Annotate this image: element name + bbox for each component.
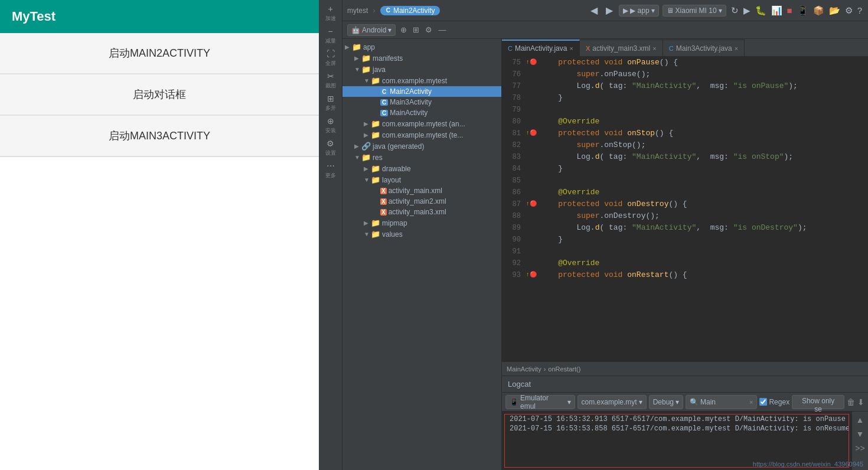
log-search-box[interactable]: 🔍 × (686, 395, 757, 409)
line-content-81: protected void onStop() { (537, 128, 673, 139)
line-content-77: Log.d( tag: "MainActivity", msg: "is onP… (537, 80, 798, 92)
tree-arrow-manifests: ▶ (354, 55, 360, 61)
tree-item-manifests[interactable]: ▶ 📁 manifests (342, 53, 501, 64)
launch-dialog-button[interactable]: 启动对话框 (0, 74, 319, 115)
line-content-78: } (537, 92, 563, 104)
device-config-dropdown[interactable]: 🖥 Xiaomi MI 10 ▾ (663, 5, 726, 17)
android-robot-icon: 🤖 (351, 26, 360, 34)
code-line-82: 82 super.onStop(); (502, 139, 868, 151)
vt-grid-btn[interactable]: ⊞ 多开 (320, 92, 341, 113)
vt-settings-btn[interactable]: ⚙ 设置 (320, 137, 341, 158)
line-num-88: 88 (502, 210, 526, 222)
file-tree[interactable]: ▶ 📁 app ▶ 📁 manifests ▼ (342, 39, 502, 470)
tree-arrow-drawable: ▶ (364, 165, 370, 172)
settings-icon[interactable]: ⚙ (844, 4, 854, 17)
tree-item-mainactivity[interactable]: ▶ C MainActivity (342, 107, 501, 118)
tree-item-java-generated[interactable]: ▶ 🔗 java (generated) (342, 141, 501, 152)
run-icon: ▶ (623, 6, 628, 15)
scroll-up-icon[interactable]: ▲ (855, 414, 866, 426)
launch-main3activity-button[interactable]: 启动MAIN3ACTIVITY (0, 116, 319, 156)
show-only-button[interactable]: Show only se (792, 395, 844, 409)
logcat-content[interactable]: 2021-07-15 16:53:32.913 6517-6517/com.ex… (504, 414, 849, 468)
tree-item-activity-main2[interactable]: ▶ X activity_main2.xml (342, 196, 501, 207)
vt-minus-btn[interactable]: − 减量 (320, 25, 341, 46)
more-logcat-icon[interactable]: >> (854, 442, 866, 454)
stop-button[interactable]: ■ (786, 4, 794, 17)
tree-item-activity-main[interactable]: ▶ X activity_main.xml (342, 185, 501, 196)
back-button[interactable]: ◀ (588, 4, 600, 17)
tab-mainactivity-java[interactable]: C MainActivity.java × (502, 40, 580, 56)
tree-item-layout[interactable]: ▼ 📁 layout (342, 174, 501, 185)
device-manager-button[interactable]: 📱 (796, 4, 810, 17)
avd-manager-button[interactable]: 📂 (828, 4, 841, 17)
clear-logcat-icon[interactable]: 🗑 (847, 397, 855, 407)
level-arrow: ▾ (676, 398, 679, 406)
install-icon: ⊕ (327, 116, 334, 126)
scroll-down-icon[interactable]: ▼ (855, 428, 866, 440)
code-editor[interactable]: 75 ↑🔴 protected void onPause() { 76 supe… (502, 57, 868, 361)
tree-label-activity-main3: activity_main3.xml (389, 208, 446, 216)
launch-main2activity-button[interactable]: 启动MAIN2ACTIVITY (0, 33, 319, 74)
emulator-dropdown[interactable]: 📱 Emulator emul ▾ (505, 395, 575, 409)
vt-cut-btn[interactable]: ✂ 裁图 (320, 70, 341, 91)
android-view-dropdown[interactable]: 🤖 Android ▾ (347, 24, 396, 36)
debug-button[interactable]: 🐛 (754, 4, 768, 17)
line-num-87: 87 (502, 198, 526, 210)
search-clear-icon[interactable]: × (749, 399, 753, 406)
package-arrow: ▾ (639, 398, 642, 406)
tree-item-com-example-mytest[interactable]: ▼ 📁 com.example.mytest (342, 75, 501, 86)
tree-item-values[interactable]: ▼ 📁 values (342, 229, 501, 240)
sub-and-content: 🤖 Android ▾ ⊕ ⊞ ⚙ — ▶ 📁 ap (342, 21, 868, 470)
vt-install-btn[interactable]: ⊕ 安装 (320, 115, 341, 136)
regex-checkbox[interactable] (759, 398, 767, 406)
run-button[interactable]: ▶ (742, 4, 752, 17)
help-button[interactable]: ? (856, 4, 863, 17)
tree-item-res[interactable]: ▼ 📁 res (342, 152, 501, 163)
xml-icon-actmain3: X (380, 209, 387, 216)
sync-button[interactable]: ↻ (730, 4, 740, 17)
tree-label-drawable: drawable (382, 165, 411, 173)
log-search-input[interactable] (700, 398, 748, 406)
editor-tabs: C MainActivity.java × X activity_main3.x… (502, 39, 868, 57)
tree-item-activity-main3[interactable]: ▶ X activity_main3.xml (342, 207, 501, 217)
package-dropdown[interactable]: com.example.myt ▾ (577, 395, 647, 409)
tab-main3activity-java[interactable]: C Main3Activity.java × (663, 40, 745, 56)
line-num-78: 78 (502, 92, 526, 104)
forward-button[interactable]: ▶ (603, 4, 615, 17)
level-dropdown[interactable]: Debug ▾ (649, 395, 683, 409)
profile-button[interactable]: 📊 (770, 4, 784, 17)
vt-more-btn[interactable]: ⋯ 更多 (320, 159, 341, 181)
vt-fullscreen-btn[interactable]: ⛶ 全屏 (320, 47, 341, 68)
logcat-toolbar: 📱 Emulator emul ▾ com.example.myt ▾ Debu… (502, 393, 868, 412)
tab-close-mainactivity[interactable]: × (569, 45, 573, 52)
tab-activity-main3-xml[interactable]: X activity_main3.xml × (580, 40, 663, 56)
ide-panel: + 加速 − 减量 ⛶ 全屏 ✂ 裁图 ⊞ 多开 ⊕ 安装 ⚙ 设置 ⋯ 更多 (319, 0, 868, 470)
line-content-90: } (537, 234, 563, 246)
tree-item-app[interactable]: ▶ 📁 app (342, 41, 501, 53)
tree-item-drawable[interactable]: ▶ 📁 drawable (342, 163, 501, 174)
tab-close-activity-main3[interactable]: × (652, 45, 656, 52)
java-icon-main2: C (380, 89, 388, 95)
scroll-logcat-icon[interactable]: ⬇ (857, 397, 864, 407)
tab-close-main3activity[interactable]: × (735, 45, 738, 52)
tree-item-androidtest[interactable]: ▶ 📁 com.example.mytest (an... (342, 118, 501, 129)
tree-item-main3activity[interactable]: ▶ C Main3Activity (342, 97, 501, 107)
cut-label: 裁图 (325, 82, 336, 90)
folder-icon-package: 📁 (371, 76, 380, 85)
grid-icon: ⊞ (327, 94, 334, 103)
tree-item-mipmap[interactable]: ▶ 📁 mipmap (342, 217, 501, 229)
split-icon[interactable]: ⊞ (412, 24, 420, 35)
sdk-manager-button[interactable]: 📦 (812, 4, 825, 17)
run-config-dropdown[interactable]: ▶ ▶ app ▾ (619, 5, 658, 17)
tree-item-main2activity[interactable]: ▶ C Main2Activity (342, 86, 501, 97)
tree-item-test[interactable]: ▶ 📁 com.example.mytest (te... (342, 129, 501, 141)
log-line-2: 2021-07-15 16:53:53.858 6517-6517/com.ex… (505, 424, 849, 433)
cut-icon: ✂ (327, 71, 334, 81)
vt-add-btn[interactable]: + 加速 (320, 2, 341, 24)
minimize-icon[interactable]: — (437, 24, 447, 35)
globe-icon[interactable]: ⊕ (399, 24, 408, 35)
tree-item-java[interactable]: ▼ 📁 java (342, 64, 501, 75)
log-line-1: 2021-07-15 16:53:32.913 6517-6517/com.ex… (505, 414, 849, 424)
java-badge-icon: C (385, 7, 391, 14)
gear-icon[interactable]: ⚙ (424, 24, 433, 35)
